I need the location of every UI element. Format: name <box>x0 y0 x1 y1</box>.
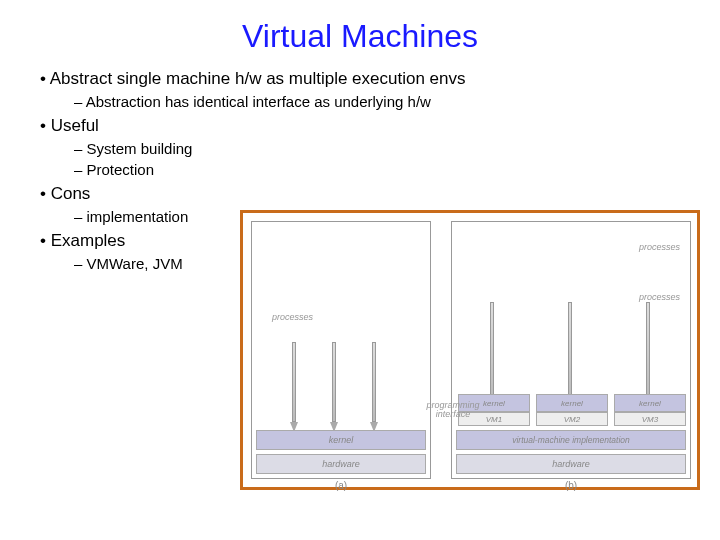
label-kernel-a: kernel <box>256 430 426 450</box>
label-hardware-b: hardware <box>456 454 686 474</box>
label-vm2: VM2 <box>536 412 608 426</box>
bullet-abstract: Abstract single machine h/w as multiple … <box>50 69 466 88</box>
label-processes-b2: processes <box>639 292 680 302</box>
bullet-vmware-jvm: VMWare, JVM <box>87 255 183 272</box>
diagram-panel-a: processes kernel hardware <box>251 221 431 479</box>
bullet-implementation: implementation <box>87 208 189 225</box>
diagram-vm2: kernel VM2 <box>536 394 608 426</box>
label-vm-implementation: virtual-machine implementation <box>456 430 686 450</box>
slide-title: Virtual Machines <box>0 0 720 69</box>
diagram-panel-b: processes processes kernel VM1 kernel VM… <box>451 221 691 479</box>
bullet-protection: Protection <box>87 161 155 178</box>
label-sub-b: (b) <box>451 480 691 491</box>
bullet-abstraction-interface: Abstraction has identical interface as u… <box>86 93 431 110</box>
label-vm3: VM3 <box>614 412 686 426</box>
bullet-cons: Cons <box>51 184 91 203</box>
bullet-useful: Useful <box>51 116 99 135</box>
bullet-system-building: System building <box>87 140 193 157</box>
diagram-vm3: kernel VM3 <box>614 394 686 426</box>
bullet-examples: Examples <box>51 231 126 250</box>
label-sub-a: (a) <box>251 480 431 491</box>
label-kernel-vm2: kernel <box>536 394 608 412</box>
label-hardware-a: hardware <box>256 454 426 474</box>
label-programming-interface: programming interface <box>423 401 483 419</box>
label-kernel-vm3: kernel <box>614 394 686 412</box>
vm-diagram: processes kernel hardware processes proc… <box>240 210 700 490</box>
label-processes-b1: processes <box>639 242 680 252</box>
label-processes-a: processes <box>272 312 313 322</box>
